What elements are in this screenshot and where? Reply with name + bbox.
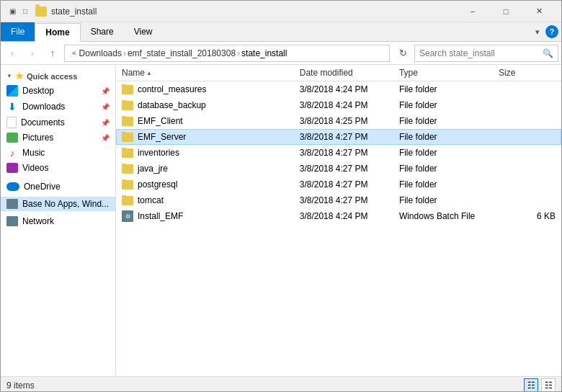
sidebar-item-videos-label: Videos — [22, 163, 48, 173]
maximize-button[interactable]: □ — [489, 1, 522, 22]
file-name-8: ⚙ Install_EMF — [122, 210, 300, 222]
file-row-2[interactable]: EMF_Client 3/8/2018 4:25 PM File folder — [116, 113, 561, 129]
file-name-0: control_measures — [122, 84, 300, 94]
sidebar-item-music[interactable]: ♪ Music — [1, 145, 115, 161]
column-date-label: Date modified — [300, 68, 353, 78]
path-sep-1: › — [123, 48, 126, 58]
sidebar-item-pictures[interactable]: Pictures 📌 — [1, 130, 115, 145]
refresh-button[interactable]: ↻ — [394, 45, 411, 62]
address-path[interactable]: « Downloads › emf_state_install_20180308… — [64, 45, 390, 62]
documents-icon — [6, 117, 17, 128]
sidebar-item-desktop-label: Desktop — [22, 86, 54, 96]
quick-access-star: ★ — [15, 71, 24, 81]
search-box[interactable]: 🔍 — [414, 45, 558, 62]
folder-icon-2 — [122, 117, 133, 126]
sidebar: ▼ ★ Quick access Desktop 📌 ⬇ Downloads 📌… — [1, 65, 116, 376]
column-size-label: Size — [499, 68, 515, 78]
sidebar-item-videos[interactable]: Videos — [1, 161, 115, 175]
tab-share[interactable]: Share — [81, 22, 124, 41]
file-row-5[interactable]: java_jre 3/8/2018 4:27 PM File folder — [116, 161, 561, 177]
tab-home[interactable]: Home — [35, 23, 80, 42]
file-type-7: File folder — [399, 195, 499, 205]
ribbon: File Home Share View ▾ ? — [1, 22, 561, 42]
file-date-0: 3/8/2018 4:24 PM — [300, 84, 399, 94]
file-date-5: 3/8/2018 4:27 PM — [300, 164, 399, 174]
search-input[interactable] — [419, 48, 540, 58]
minimize-button[interactable]: − — [456, 1, 489, 22]
path-sep-2: › — [237, 48, 240, 58]
path-part-state-install[interactable]: state_install — [241, 48, 287, 58]
file-row-0[interactable]: control_measures 3/8/2018 4:24 PM File f… — [116, 81, 561, 97]
column-header-name[interactable]: Name ▲ — [122, 68, 300, 78]
folder-icon-1 — [122, 101, 133, 110]
file-type-3: File folder — [399, 132, 499, 142]
file-date-2: 3/8/2018 4:25 PM — [300, 116, 399, 126]
file-row-3[interactable]: EMF_Server 3/8/2018 4:27 PM File folder — [116, 129, 561, 145]
file-name-2: EMF_Client — [122, 116, 300, 126]
sidebar-item-pc-label: Base No Apps, Wind... — [22, 199, 109, 209]
tab-file[interactable]: File — [1, 22, 35, 41]
sidebar-item-documents[interactable]: Documents 📌 — [1, 115, 115, 130]
file-name-5: java_jre — [122, 164, 300, 174]
file-row-7[interactable]: tomcat 3/8/2018 4:27 PM File folder — [116, 192, 561, 208]
path-part-downloads[interactable]: Downloads — [79, 48, 122, 58]
onedrive-section: OneDrive — [1, 179, 115, 194]
large-icon-view-button[interactable]: ☷ — [541, 378, 556, 393]
forward-button[interactable]: › — [24, 45, 41, 62]
downloads-icon: ⬇ — [6, 101, 18, 112]
main-content: ▼ ★ Quick access Desktop 📌 ⬇ Downloads 📌… — [1, 65, 561, 376]
sidebar-item-downloads[interactable]: ⬇ Downloads 📌 — [1, 99, 115, 115]
file-row-8[interactable]: ⚙ Install_EMF 3/8/2018 4:24 PM Windows B… — [116, 208, 561, 224]
videos-icon — [6, 163, 18, 173]
file-row-4[interactable]: inventories 3/8/2018 4:27 PM File folder — [116, 145, 561, 161]
file-date-6: 3/8/2018 4:27 PM — [300, 179, 399, 190]
file-row-6[interactable]: postgresql 3/8/2018 4:27 PM File folder — [116, 177, 561, 192]
folder-icon-0 — [122, 85, 133, 94]
window-title: state_install — [51, 6, 97, 17]
folder-icon-4 — [122, 148, 133, 158]
path-part-emf[interactable]: emf_state_install_20180308 — [128, 48, 236, 58]
ribbon-right: ▾ ? — [532, 25, 561, 38]
back-button[interactable]: ‹ — [4, 45, 21, 62]
folder-icon-3 — [122, 133, 133, 142]
file-date-1: 3/8/2018 4:24 PM — [300, 100, 399, 110]
sidebar-item-downloads-label: Downloads — [22, 102, 65, 112]
ribbon-tabs: File Home Share View ▾ ? — [1, 22, 561, 41]
file-name-3: EMF_Server — [122, 132, 300, 142]
folder-icon-7 — [122, 196, 133, 205]
column-header-date[interactable]: Date modified — [300, 68, 399, 78]
column-header-type[interactable]: Type — [399, 68, 499, 78]
up-button[interactable]: ↑ — [44, 45, 61, 62]
title-bar-left: ▣ □ state_install — [6, 6, 97, 17]
folder-icon-5 — [122, 164, 133, 174]
quick-access-header[interactable]: ▼ ★ Quick access — [1, 68, 115, 83]
file-size-8: 6 KB — [499, 211, 556, 221]
quick-access-chevron: ▼ — [6, 73, 12, 79]
pin-icon-pictures: 📌 — [101, 134, 110, 142]
folder-icon-titlebar — [35, 6, 47, 17]
file-area: Name ▲ Date modified Type Size control_m… — [116, 65, 561, 376]
folder-icon-6 — [122, 180, 133, 190]
tab-view[interactable]: View — [124, 22, 163, 41]
status-item-count: 9 items — [6, 380, 35, 391]
file-name-7: tomcat — [122, 195, 300, 205]
file-row-1[interactable]: database_backup 3/8/2018 4:24 PM File fo… — [116, 97, 561, 113]
pc-section: Base No Apps, Wind... — [1, 197, 115, 211]
help-button[interactable]: ? — [545, 25, 558, 38]
file-name-1: database_backup — [122, 100, 300, 110]
title-bar-controls[interactable]: − □ ✕ — [456, 1, 556, 22]
sidebar-item-pc[interactable]: Base No Apps, Wind... — [1, 197, 115, 211]
sidebar-item-desktop[interactable]: Desktop 📌 — [1, 83, 115, 99]
ribbon-collapse-arrow[interactable]: ▾ — [532, 26, 543, 38]
details-view-button[interactable]: ☷ — [524, 378, 538, 393]
network-section: Network — [1, 214, 115, 228]
sidebar-item-music-label: Music — [22, 148, 45, 158]
file-type-6: File folder — [399, 179, 499, 190]
column-name-label: Name — [122, 68, 145, 78]
sidebar-item-network-label: Network — [22, 216, 54, 226]
close-button[interactable]: ✕ — [522, 1, 556, 22]
sidebar-item-onedrive[interactable]: OneDrive — [1, 179, 115, 194]
column-header-size[interactable]: Size — [499, 68, 556, 78]
quick-access-label: Quick access — [27, 72, 77, 81]
sidebar-item-network[interactable]: Network — [1, 214, 115, 228]
